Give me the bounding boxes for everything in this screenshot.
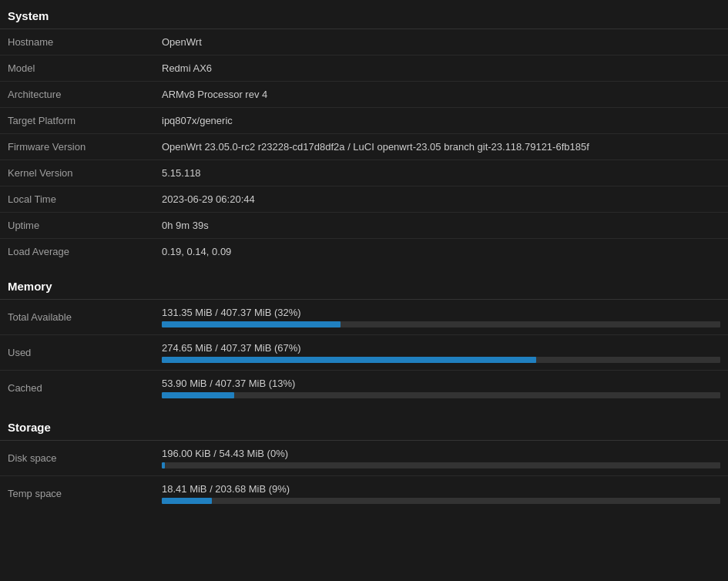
progress-bar-fill [162,498,212,504]
table-row: Total Available 131.35 MiB / 407.37 MiB … [0,300,728,335]
storage-section: Storage Disk space 196.00 KiB / 54.43 Mi… [0,411,728,511]
progress-container: 131.35 MiB / 407.37 MiB (32%) [162,307,720,327]
row-label: Architecture [0,82,154,108]
table-row: Local Time 2023-06-29 06:20:44 [0,186,728,213]
progress-bar-fill [162,357,536,363]
row-label: Load Average [0,239,154,265]
row-label: Hostname [0,29,154,55]
table-row: Target Platform ipq807x/generic [0,108,728,134]
row-value: Redmi AX6 [154,55,728,82]
table-row: Firmware Version OpenWrt 23.05.0-rc2 r23… [0,134,728,160]
row-value: OpenWrt [154,29,728,55]
row-value: 5.15.118 [154,160,728,186]
table-row: Used 274.65 MiB / 407.37 MiB (67%) [0,335,728,371]
row-value: 131.35 MiB / 407.37 MiB (32%) [154,300,728,335]
progress-bar-bg [162,357,720,363]
table-row: Hostname OpenWrt [0,29,728,55]
progress-container: 53.90 MiB / 407.37 MiB (13%) [162,378,720,398]
progress-label: 18.41 MiB / 203.68 MiB (9%) [162,483,720,495]
row-value: OpenWrt 23.05.0-rc2 r23228-cd17d8df2a / … [154,134,728,160]
row-label: Used [0,335,154,371]
row-value: 196.00 KiB / 54.43 MiB (0%) [154,441,728,476]
progress-bar-bg [162,392,720,398]
progress-bar-fill [162,392,234,398]
progress-label: 196.00 KiB / 54.43 MiB (0%) [162,448,720,459]
row-label: Cached [0,371,154,406]
table-row: Disk space 196.00 KiB / 54.43 MiB (0%) [0,441,728,476]
table-row: Cached 53.90 MiB / 407.37 MiB (13%) [0,371,728,406]
row-label: Uptime [0,213,154,239]
table-row: Load Average 0.19, 0.14, 0.09 [0,239,728,265]
row-label: Model [0,55,154,82]
progress-label: 53.90 MiB / 407.37 MiB (13%) [162,378,720,389]
storage-table: Disk space 196.00 KiB / 54.43 MiB (0%) T… [0,441,728,511]
row-label: Temp space [0,476,154,512]
row-value: 274.65 MiB / 407.37 MiB (67%) [154,335,728,371]
row-label: Firmware Version [0,134,154,160]
progress-bar-bg [162,321,720,327]
row-label: Total Available [0,300,154,335]
row-value: 2023-06-29 06:20:44 [154,186,728,213]
memory-section: Memory Total Available 131.35 MiB / 407.… [0,270,728,405]
progress-container: 18.41 MiB / 203.68 MiB (9%) [162,483,720,504]
progress-label: 131.35 MiB / 407.37 MiB (32%) [162,307,720,318]
progress-container: 274.65 MiB / 407.37 MiB (67%) [162,342,720,363]
progress-container: 196.00 KiB / 54.43 MiB (0%) [162,448,720,468]
row-label: Kernel Version [0,160,154,186]
progress-bar-bg [162,498,720,504]
row-value: ipq807x/generic [154,108,728,134]
row-value: 0h 9m 39s [154,213,728,239]
progress-bar-fill [162,321,341,327]
memory-title: Memory [0,270,728,300]
memory-table: Total Available 131.35 MiB / 407.37 MiB … [0,300,728,405]
storage-title: Storage [0,411,728,441]
table-row: Architecture ARMv8 Processor rev 4 [0,82,728,108]
row-value: 53.90 MiB / 407.37 MiB (13%) [154,371,728,406]
row-value: 0.19, 0.14, 0.09 [154,239,728,265]
system-table: Hostname OpenWrt Model Redmi AX6 Archite… [0,29,728,264]
table-row: Model Redmi AX6 [0,55,728,82]
progress-bar-fill [162,462,165,468]
row-label: Local Time [0,186,154,213]
row-label: Target Platform [0,108,154,134]
system-section: System Hostname OpenWrt Model Redmi AX6 … [0,0,728,264]
progress-bar-bg [162,462,720,468]
table-row: Temp space 18.41 MiB / 203.68 MiB (9%) [0,476,728,512]
row-value: ARMv8 Processor rev 4 [154,82,728,108]
row-value: 18.41 MiB / 203.68 MiB (9%) [154,476,728,512]
table-row: Uptime 0h 9m 39s [0,213,728,239]
progress-label: 274.65 MiB / 407.37 MiB (67%) [162,342,720,354]
table-row: Kernel Version 5.15.118 [0,160,728,186]
system-title: System [0,0,728,29]
row-label: Disk space [0,441,154,476]
